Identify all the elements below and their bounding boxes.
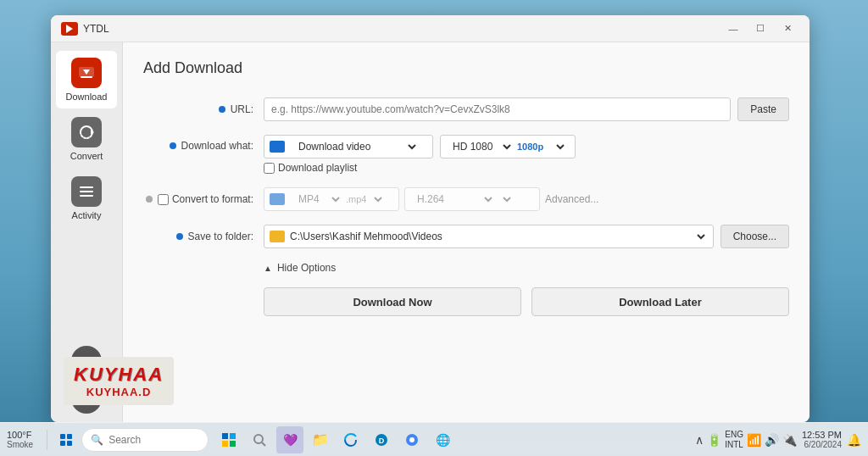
weather-temp: 100°F	[7, 430, 33, 440]
url-label-container: URL:	[143, 103, 253, 115]
taskbar-app-edge[interactable]	[337, 426, 364, 453]
folder-icon	[270, 231, 285, 242]
convert-icon	[71, 117, 102, 147]
download-selects: Download video Download audio HD 1080 HD…	[264, 135, 576, 158]
save-folder-content: C:\Users\Kashif Mehmood\Videos Choose...	[264, 225, 789, 248]
svg-rect-6	[80, 195, 93, 197]
battery-icon[interactable]: 🔌	[782, 433, 797, 447]
taskbar-app-search[interactable]	[246, 426, 273, 453]
sidebar-item-download[interactable]: Download	[56, 51, 117, 108]
chevron-up-icon: ▲	[264, 264, 272, 273]
choose-button[interactable]: Choose...	[721, 225, 789, 248]
url-bullet	[219, 106, 225, 113]
quality-select-box[interactable]: HD 1080 HD 720 SD 480 1080p	[440, 135, 576, 158]
convert-checkbox-label: Convert to format:	[158, 193, 253, 205]
svg-rect-11	[222, 433, 228, 439]
desktop: YTDL — ☐ ✕ D	[0, 0, 868, 456]
download-what-label: Download what:	[181, 140, 253, 152]
close-button[interactable]: ✕	[776, 20, 799, 37]
convert-row: Convert to format: MP4 .mp4	[143, 187, 789, 211]
tray-battery-icon[interactable]: 🔋	[707, 433, 721, 447]
language-indicator: ENG INTL	[725, 430, 743, 450]
taskbar-app-chrome[interactable]	[398, 426, 426, 453]
svg-point-15	[254, 435, 263, 443]
notification-icon[interactable]: 🔔	[847, 433, 861, 447]
watermark: KUYHAA KUYHAA.D	[64, 357, 174, 405]
taskbar-app-files[interactable]: 📁	[307, 426, 334, 453]
convert-label-text: Convert to format:	[172, 193, 253, 205]
content-panel: Add Download URL: Paste	[123, 42, 810, 422]
download-later-button[interactable]: Download Later	[531, 287, 789, 316]
title-bar-logo: YTDL	[61, 22, 109, 36]
sidebar-download-label: Download	[66, 92, 108, 102]
watermark-sub: KUYHAA.D	[74, 386, 164, 398]
volume-icon[interactable]: 🔊	[765, 433, 779, 447]
save-folder-row: Save to folder: C:\Users\Kashif Mehmood\…	[143, 225, 789, 248]
quality-extra-select[interactable]	[550, 135, 567, 158]
quality-select[interactable]: HD 1080 HD 720 SD 480	[446, 135, 514, 158]
page-title: Add Download	[143, 59, 789, 77]
activity-icon	[71, 176, 102, 207]
taskbar-app-dell[interactable]: D	[368, 426, 395, 453]
taskbar: 100°F Smoke 🔍	[0, 422, 868, 456]
taskbar-search-box[interactable]: 🔍	[81, 428, 209, 452]
sidebar-item-convert[interactable]: Convert	[56, 110, 117, 168]
taskbar-app-teams[interactable]: 💜	[276, 426, 303, 453]
hide-options-row[interactable]: ▲ Hide Options	[264, 262, 789, 274]
taskbar-app-store[interactable]	[215, 426, 242, 453]
download-type-select[interactable]: Download video Download audio	[292, 135, 419, 158]
lang-line2: INTL	[725, 440, 743, 450]
sidebar-item-activity[interactable]: Activity	[56, 170, 117, 227]
taskbar-app-extra[interactable]: 🌐	[429, 426, 456, 453]
download-playlist-checkbox[interactable]	[264, 163, 275, 174]
convert-format-select[interactable]: MP4	[292, 187, 342, 211]
convert-ext-select[interactable]	[370, 187, 385, 211]
download-type-select-box[interactable]: Download video Download audio	[264, 135, 433, 158]
download-icon	[71, 58, 102, 88]
convert-ext: .mp4	[346, 194, 366, 204]
folder-dropdown[interactable]	[693, 225, 708, 248]
url-row: URL: Paste	[143, 97, 789, 121]
app-title: YTDL	[83, 23, 109, 35]
taskbar-clock[interactable]: 12:53 PM 6/20/2024	[802, 430, 842, 449]
save-folder-label: Save to folder:	[188, 231, 253, 242]
svg-rect-5	[80, 191, 93, 192]
taskbar-right: ∧ 🔋 ENG INTL 📶 🔊 🔌 12:53 PM 6/20/2024 🔔	[695, 430, 861, 450]
convert-selects: MP4 .mp4 H.264	[264, 187, 789, 211]
convert-label-container: Convert to format:	[143, 193, 253, 205]
minimize-button[interactable]: —	[721, 20, 745, 37]
download-playlist-label: Download playlist	[278, 162, 357, 174]
title-bar: YTDL — ☐ ✕	[51, 15, 810, 42]
action-buttons: Download Now Download Later	[264, 287, 789, 316]
start-button[interactable]	[54, 428, 78, 452]
sidebar-activity-label: Activity	[72, 210, 102, 220]
paste-button[interactable]: Paste	[737, 97, 789, 121]
convert-codec-select[interactable]: H.264	[410, 187, 495, 211]
convert-codec-select2[interactable]	[498, 187, 514, 211]
svg-rect-13	[222, 441, 228, 447]
save-folder-label-container: Save to folder:	[143, 231, 253, 242]
url-label: URL:	[231, 103, 253, 115]
taskbar-date-display: 6/20/2024	[804, 440, 843, 449]
convert-codec-select-box[interactable]: H.264	[404, 187, 540, 211]
tray-arrow-icon[interactable]: ∧	[695, 433, 704, 447]
taskbar-apps: 💜 📁 D	[215, 426, 456, 453]
url-input[interactable]	[264, 97, 731, 121]
convert-format-icon	[270, 193, 285, 205]
folder-path-box[interactable]: C:\Users\Kashif Mehmood\Videos	[264, 225, 714, 248]
save-folder-bullet	[176, 233, 183, 240]
svg-rect-14	[230, 441, 236, 447]
download-what-label-container: Download what:	[143, 135, 253, 152]
wifi-icon[interactable]: 📶	[747, 433, 761, 447]
taskbar-search-input[interactable]	[108, 434, 185, 446]
convert-checkbox[interactable]	[158, 194, 169, 205]
playlist-checkbox-row: Download playlist	[264, 162, 576, 174]
advanced-button[interactable]: Advanced...	[545, 193, 598, 205]
taskbar-weather: 100°F Smoke	[7, 430, 33, 449]
download-now-button[interactable]: Download Now	[264, 287, 521, 316]
url-input-container: Paste	[264, 97, 789, 121]
taskbar-search-icon: 🔍	[91, 434, 103, 446]
convert-format-select-box[interactable]: MP4 .mp4	[264, 187, 399, 211]
maximize-button[interactable]: ☐	[748, 20, 772, 37]
taskbar-time-display: 12:53 PM	[802, 430, 842, 440]
